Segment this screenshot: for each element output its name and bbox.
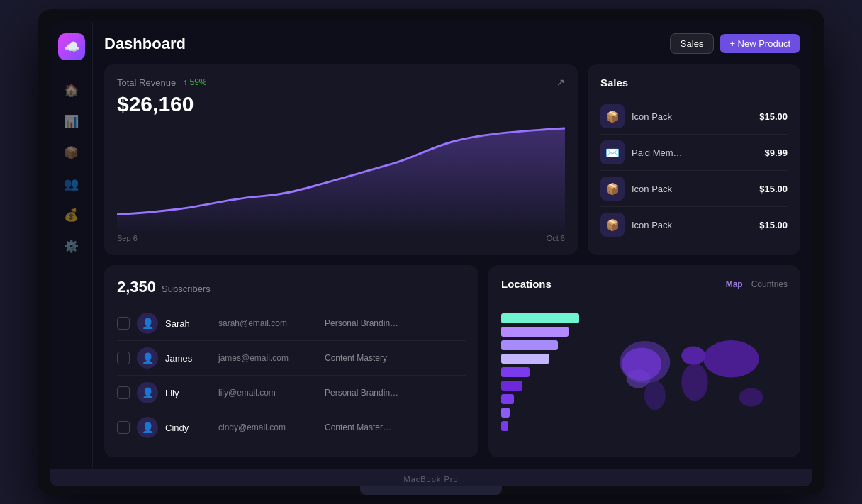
subscriber-name: James [165, 353, 211, 364]
sales-button[interactable]: Sales [670, 33, 715, 54]
subscriber-row: 👤 Sarah sarah@email.com Personal Brandin… [117, 306, 466, 341]
subscriber-row: 👤 Lily lily@email.com Personal Brandin… [117, 376, 466, 410]
bar-row [501, 381, 593, 391]
bar-row [501, 421, 593, 431]
bar-row [501, 408, 593, 418]
sales-item-icon: 📦 [600, 177, 625, 201]
subscriber-checkbox[interactable] [117, 386, 130, 399]
laptop-stand [360, 486, 502, 495]
sales-item-icon: 📦 [600, 104, 625, 128]
locations-body [501, 300, 788, 444]
sales-item: ✉️ Paid Mem… $9.99 [600, 135, 788, 171]
subscriber-category: Content Master… [325, 422, 391, 432]
bar-fill [501, 313, 579, 323]
bar-fill [501, 394, 514, 404]
bar-fill [501, 381, 522, 391]
laptop-frame: ☁️ 🏠 📊 📦 👥 💰 ⚙️ Dashboard Sales + New Pr… [38, 9, 824, 495]
subscriber-name: Cindy [165, 422, 211, 433]
new-product-button[interactable]: + New Product [720, 34, 800, 53]
sales-item-name: Paid Mem… [632, 147, 757, 158]
sidebar-item-products[interactable]: 📦 [59, 140, 84, 165]
sales-item: 📦 Icon Pack $15.00 [600, 99, 788, 135]
main-content: Dashboard Sales + New Product Total Reve… [93, 22, 812, 469]
svg-point-3 [681, 347, 705, 365]
subscriber-email: sarah@email.com [218, 318, 318, 328]
laptop-screen: ☁️ 🏠 📊 📦 👥 💰 ⚙️ Dashboard Sales + New Pr… [50, 22, 812, 486]
svg-point-2 [644, 381, 666, 410]
sidebar: ☁️ 🏠 📊 📦 👥 💰 ⚙️ [50, 22, 93, 469]
top-row: Total Revenue ↑ 59% ↗ $26,160 [104, 64, 800, 255]
sidebar-item-analytics[interactable]: 📊 [59, 108, 84, 134]
subscriber-email: cindy@email.com [218, 422, 318, 432]
subscriber-category: Personal Brandin… [325, 388, 398, 398]
revenue-label: Total Revenue [117, 77, 176, 88]
bar-fill [501, 354, 549, 364]
sales-item-name: Icon Pack [632, 111, 752, 122]
header: Dashboard Sales + New Product [104, 33, 800, 54]
revenue-badge: ↑ 59% [183, 77, 206, 87]
sales-item-name: Icon Pack [632, 184, 752, 194]
app-container: ☁️ 🏠 📊 📦 👥 💰 ⚙️ Dashboard Sales + New Pr… [50, 22, 812, 469]
sales-item-price: $9.99 [764, 147, 788, 158]
subscriber-category: Personal Brandin… [325, 318, 398, 328]
bar-row [501, 340, 593, 350]
sidebar-item-home[interactable]: 🏠 [59, 77, 84, 103]
bar-row [501, 327, 593, 337]
sidebar-item-settings[interactable]: ⚙️ [59, 233, 84, 259]
tab-map[interactable]: Map [726, 279, 743, 289]
revenue-chart [117, 123, 565, 231]
chart-date-start: Sep 6 [117, 234, 138, 242]
share-icon[interactable]: ↗ [556, 77, 565, 88]
subscribers-list: 👤 Sarah sarah@email.com Personal Brandin… [117, 306, 466, 444]
subscriber-avatar: 👤 [137, 417, 158, 438]
subscriber-row: 👤 James james@email.com Content Mastery [117, 341, 466, 376]
subscriber-checkbox[interactable] [117, 317, 130, 330]
laptop-label: MacBook Pro [50, 469, 812, 486]
app-logo: ☁️ [58, 33, 85, 60]
sales-item-name: Icon Pack [632, 220, 752, 230]
subscriber-avatar: 👤 [137, 313, 158, 334]
subscriber-avatar: 👤 [137, 347, 158, 369]
sales-item-icon: 📦 [600, 213, 625, 237]
bar-row [501, 354, 593, 364]
subscriber-email: james@email.com [218, 353, 318, 363]
bar-chart [501, 300, 593, 444]
svg-point-6 [622, 347, 661, 381]
subscribers-count: 2,350 [117, 278, 156, 296]
subscriber-checkbox[interactable] [117, 352, 130, 364]
subscriber-avatar: 👤 [137, 382, 158, 403]
subscriber-checkbox[interactable] [117, 421, 130, 434]
sales-item-price: $15.00 [759, 220, 788, 230]
sales-list: 📦 Icon Pack $15.00 ✉️ Paid Mem… $9.99 📦 … [600, 99, 788, 242]
subscriber-category: Content Mastery [325, 353, 387, 363]
subscriber-name: Sarah [165, 318, 211, 329]
subscribers-label: Subscribers [162, 284, 211, 294]
sales-item-icon: ✉️ [600, 140, 625, 164]
header-actions: Sales + New Product [670, 33, 800, 54]
subscriber-row: 👤 Cindy cindy@email.com Content Master… [117, 410, 466, 444]
subscribers-header: 2,350 Subscribers [117, 278, 466, 296]
locations-title: Locations [501, 278, 552, 290]
bar-row [501, 313, 593, 323]
sidebar-item-revenue[interactable]: 💰 [59, 202, 84, 228]
sales-card: Sales 📦 Icon Pack $15.00 ✉️ Paid Mem… $9… [588, 64, 800, 255]
bar-row [501, 394, 593, 404]
bar-fill [501, 327, 569, 337]
svg-point-5 [703, 340, 759, 377]
sales-title: Sales [600, 77, 788, 89]
tab-countries[interactable]: Countries [751, 279, 788, 289]
chart-date-end: Oct 6 [547, 234, 565, 242]
locations-tabs: Map Countries [726, 279, 788, 289]
subscribers-card: 2,350 Subscribers 👤 Sarah sarah@email.co… [104, 265, 478, 457]
sales-item-price: $15.00 [759, 111, 788, 122]
sales-item: 📦 Icon Pack $15.00 [600, 207, 788, 242]
bar-fill [501, 367, 530, 377]
revenue-header: Total Revenue ↑ 59% ↗ [117, 77, 565, 88]
page-title: Dashboard [104, 35, 186, 53]
revenue-card: Total Revenue ↑ 59% ↗ $26,160 [104, 64, 578, 255]
subscriber-email: lily@email.com [218, 388, 318, 398]
sidebar-item-users[interactable]: 👥 [59, 171, 84, 196]
svg-point-4 [681, 364, 707, 401]
bar-fill [501, 421, 508, 431]
world-map [602, 300, 788, 444]
